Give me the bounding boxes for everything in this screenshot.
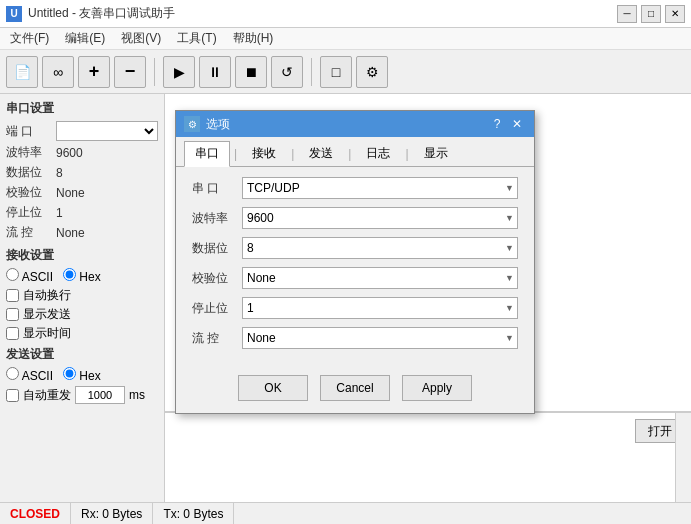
dialog-stopbits-row: 停止位 1 [192, 297, 518, 319]
dialog-port-row: 串 口 TCP/UDP [192, 177, 518, 199]
dialog-flow-select[interactable]: None [242, 327, 518, 349]
dialog-databits-label: 数据位 [192, 240, 242, 257]
dialog-parity-row: 校验位 None [192, 267, 518, 289]
dialog-icon: ⚙ [184, 116, 200, 132]
dialog-flow-row: 流 控 None [192, 327, 518, 349]
dialog-baud-label: 波特率 [192, 210, 242, 227]
dialog-flow-select-wrapper: None [242, 327, 518, 349]
dialog-stopbits-select-wrapper: 1 [242, 297, 518, 319]
dialog-port-select-wrapper: TCP/UDP [242, 177, 518, 199]
dialog-title: 选项 [206, 116, 488, 133]
tab-send[interactable]: 发送 [298, 141, 344, 166]
dialog-parity-select[interactable]: None [242, 267, 518, 289]
dialog-stopbits-select[interactable]: 1 [242, 297, 518, 319]
apply-button[interactable]: Apply [402, 375, 472, 401]
tab-recv[interactable]: 接收 [241, 141, 287, 166]
dialog-port-select[interactable]: TCP/UDP [242, 177, 518, 199]
tab-display[interactable]: 显示 [413, 141, 459, 166]
dialog-title-bar: ⚙ 选项 ? ✕ [176, 111, 534, 137]
options-dialog: ⚙ 选项 ? ✕ 串口 | 接收 | 发送 | 日志 | 显示 串 口 [175, 110, 535, 414]
dialog-controls: ? ✕ [488, 115, 526, 133]
dialog-body: 串 口 TCP/UDP 波特率 9600 数据位 [176, 167, 534, 367]
dialog-tabs: 串口 | 接收 | 发送 | 日志 | 显示 [176, 137, 534, 167]
dialog-baud-select[interactable]: 9600 [242, 207, 518, 229]
dialog-port-label: 串 口 [192, 180, 242, 197]
dialog-help-button[interactable]: ? [488, 115, 506, 133]
dialog-databits-select[interactable]: 8 [242, 237, 518, 259]
ok-button[interactable]: OK [238, 375, 308, 401]
dialog-parity-select-wrapper: None [242, 267, 518, 289]
dialog-databits-row: 数据位 8 [192, 237, 518, 259]
dialog-parity-label: 校验位 [192, 270, 242, 287]
dialog-databits-select-wrapper: 8 [242, 237, 518, 259]
dialog-close-button[interactable]: ✕ [508, 115, 526, 133]
dialog-flow-label: 流 控 [192, 330, 242, 347]
dialog-baud-row: 波特率 9600 [192, 207, 518, 229]
dialog-overlay: ⚙ 选项 ? ✕ 串口 | 接收 | 发送 | 日志 | 显示 串 口 [0, 0, 691, 524]
tab-serial[interactable]: 串口 [184, 141, 230, 167]
cancel-button[interactable]: Cancel [320, 375, 390, 401]
dialog-stopbits-label: 停止位 [192, 300, 242, 317]
tab-log[interactable]: 日志 [355, 141, 401, 166]
dialog-footer: OK Cancel Apply [176, 367, 534, 413]
dialog-baud-select-wrapper: 9600 [242, 207, 518, 229]
